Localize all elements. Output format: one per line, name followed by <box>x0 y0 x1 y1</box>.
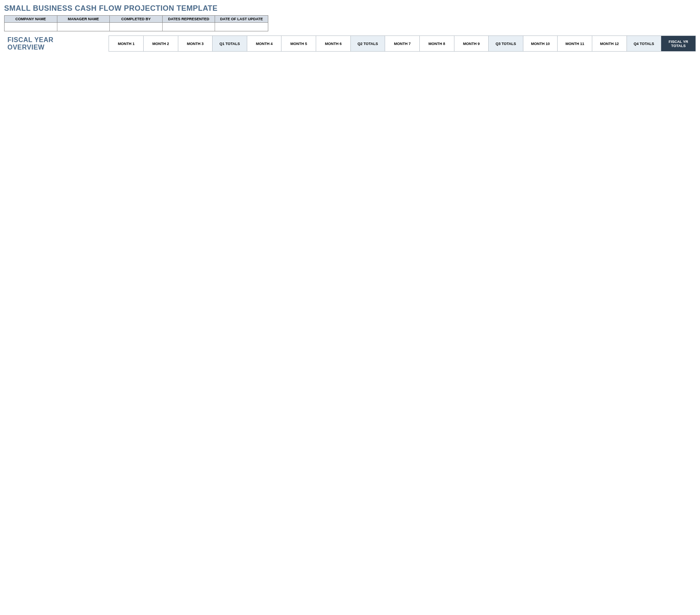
meta-table: COMPANY NAME MANAGER NAME COMPLETED BY D… <box>4 15 268 31</box>
col-head-m7: MONTH 7 <box>385 36 420 52</box>
meta-head-dates: DATES REPRESENTED <box>163 16 215 23</box>
meta-input-manager[interactable] <box>57 23 110 31</box>
col-head-m12: MONTH 12 <box>592 36 627 52</box>
cashflow-table: FISCAL YEAR OVERVIEW MONTH 1MONTH 2MONTH… <box>4 35 696 52</box>
col-head-m11: MONTH 11 <box>558 36 592 52</box>
col-head-q3: Q3 TOTALS <box>489 36 523 52</box>
meta-input-company[interactable] <box>5 23 57 31</box>
col-head-m2: MONTH 2 <box>143 36 178 52</box>
col-head-m6: MONTH 6 <box>316 36 351 52</box>
col-head-fy: FISCAL YR TOTALS <box>661 36 696 52</box>
col-head-m8: MONTH 8 <box>419 36 454 52</box>
col-head-q1: Q1 TOTALS <box>213 36 247 52</box>
col-head-m9: MONTH 9 <box>454 36 489 52</box>
page-title: SMALL BUSINESS CASH FLOW PROJECTION TEMP… <box>4 4 696 13</box>
col-head-m1: MONTH 1 <box>109 36 144 52</box>
meta-head-update: DATE OF LAST UPDATE <box>215 16 268 23</box>
meta-head-manager: MANAGER NAME <box>57 16 110 23</box>
col-head-q4: Q4 TOTALS <box>627 36 661 52</box>
col-head-m10: MONTH 10 <box>523 36 558 52</box>
col-head-q2: Q2 TOTALS <box>350 36 385 52</box>
meta-input-update[interactable] <box>215 23 268 31</box>
meta-head-company: COMPANY NAME <box>5 16 57 23</box>
meta-head-completed: COMPLETED BY <box>110 16 163 23</box>
col-head-m3: MONTH 3 <box>178 36 213 52</box>
col-head-m4: MONTH 4 <box>247 36 281 52</box>
meta-input-completed[interactable] <box>110 23 163 31</box>
meta-input-dates[interactable] <box>163 23 215 31</box>
fiscal-title: FISCAL YEAR OVERVIEW <box>7 36 90 51</box>
col-head-m5: MONTH 5 <box>281 36 316 52</box>
